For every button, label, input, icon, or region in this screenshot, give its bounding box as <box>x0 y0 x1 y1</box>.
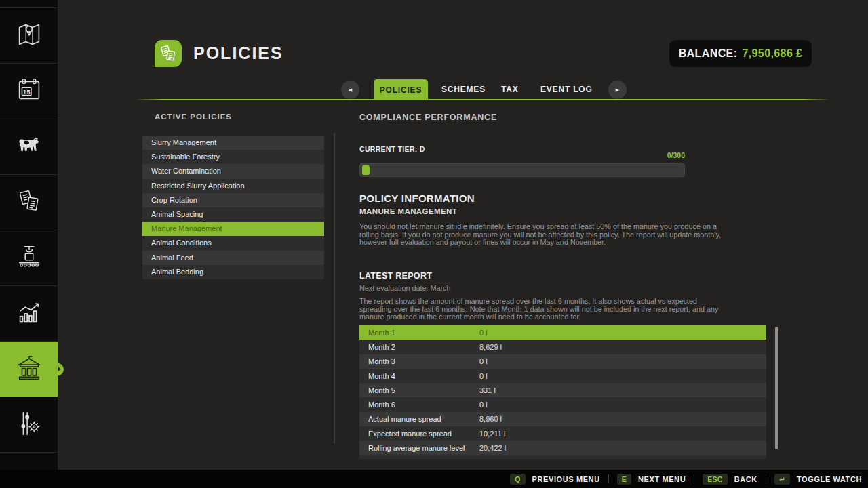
list-item[interactable]: Animal Feed <box>142 251 324 265</box>
row-value: 0 l <box>479 372 488 380</box>
table-row[interactable]: Actual manure spread 8,960 l <box>359 412 766 426</box>
row-value: 8,629 l <box>479 343 502 351</box>
policy-name: MANURE MANAGEMENT <box>359 207 457 216</box>
row-label: Month 4 <box>359 372 479 380</box>
tab-schemes[interactable]: SCHEMES <box>441 85 486 94</box>
tab-event-log[interactable]: EVENT LOG <box>540 85 593 94</box>
table-row[interactable]: Month 2 8,629 l <box>359 340 766 354</box>
calendar-icon: 15 <box>14 75 45 108</box>
table-row[interactable]: Month 6 0 l <box>359 397 766 411</box>
row-value: 0 l <box>479 401 488 409</box>
policy-description: You should not let manure sit idle indef… <box>359 223 726 247</box>
compliance-score: 0/300 <box>583 151 685 159</box>
row-value: 0 l <box>479 329 488 337</box>
key-q: Q <box>510 474 525 485</box>
sidebar-item-contracts[interactable] <box>0 175 58 230</box>
row-label: Expected manure spread <box>359 430 479 438</box>
row-label: Rating <box>359 458 479 459</box>
hint-label: PREVIOUS MENU <box>532 475 600 483</box>
svg-text:15: 15 <box>22 87 30 95</box>
list-item[interactable]: Water Contamination <box>142 164 324 178</box>
list-item[interactable]: Animal Spacing <box>142 207 324 222</box>
report-table: Month 1 0 l Month 2 8,629 l Month 3 0 l … <box>359 325 766 459</box>
table-row[interactable]: Rolling average manure level 20,422 l <box>359 441 766 455</box>
settings-icon <box>14 408 45 442</box>
chart-icon <box>14 297 45 331</box>
page-title: POLICIES <box>193 43 283 63</box>
tabs-next-button[interactable]: ▶ <box>608 81 627 99</box>
chevron-left-icon: ◀ <box>349 87 352 93</box>
policies-app-icon <box>155 40 182 67</box>
row-label: Actual manure spread <box>359 415 479 423</box>
hint-label: NEXT MENU <box>638 475 686 483</box>
hint-label: BACK <box>734 475 757 483</box>
hint-previous-menu[interactable]: Q PREVIOUS MENU <box>510 474 600 485</box>
enter-key-icon: ↵ <box>774 474 790 485</box>
balance-display: BALANCE: 7,950,686 £ <box>669 40 812 67</box>
list-item[interactable]: Sustainable Forestry <box>142 150 324 164</box>
list-item[interactable]: Slurry Management <box>142 136 324 150</box>
table-row[interactable]: Month 4 0 l <box>359 369 766 383</box>
compliance-heading: COMPLIANCE PERFORMANCE <box>359 113 497 122</box>
map-icon <box>14 19 45 53</box>
active-tab-pointer <box>51 363 64 375</box>
row-value: 10,211 l <box>479 430 505 438</box>
balance-label: BALANCE: <box>679 47 738 60</box>
compliance-progress-bar <box>359 163 685 177</box>
row-label: Month 5 <box>359 386 479 394</box>
row-value: 331 l <box>479 386 496 394</box>
list-item[interactable]: Animal Bedding <box>142 265 324 279</box>
list-item[interactable]: Restricted Slurry Application <box>142 179 324 193</box>
sidebar-item-settings[interactable] <box>0 397 58 453</box>
current-tier-label: CURRENT TIER: D <box>359 145 425 153</box>
hotkey-bar: Q PREVIOUS MENU E NEXT MENU ESC BACK ↵ T… <box>0 470 868 488</box>
sidebar-nav: 15 <box>0 0 58 470</box>
sidebar-item-statistics[interactable] <box>0 286 58 342</box>
key-esc: ESC <box>703 474 728 485</box>
separator <box>766 474 766 483</box>
sidebar-item-policies[interactable] <box>0 342 58 397</box>
bank-icon <box>14 352 45 386</box>
documents-icon <box>14 186 45 220</box>
next-evaluation-date: Next evaluation date: March <box>359 284 450 292</box>
sidebar-item-animals[interactable] <box>0 119 58 175</box>
list-scrollbar[interactable] <box>334 133 335 444</box>
key-e: E <box>617 474 631 485</box>
hint-toggle-watch[interactable]: ↵ TOGGLE WATCH <box>774 474 862 485</box>
report-description: The report shows the amount of manure sp… <box>359 298 726 321</box>
row-value: 20,422 l <box>479 444 506 452</box>
sidebar-item-calendar[interactable]: 15 <box>0 64 58 119</box>
policy-information-heading: POLICY INFORMATION <box>359 192 475 204</box>
chevron-right-icon: ▶ <box>616 87 619 93</box>
row-value: 8,960 l <box>479 415 502 423</box>
active-policies-list: Slurry Management Sustainable Forestry W… <box>142 136 324 279</box>
row-value: 0 <box>479 458 484 459</box>
separator <box>694 474 694 483</box>
list-item[interactable]: Crop Rotation <box>142 193 324 207</box>
table-row[interactable]: Month 1 0 l <box>359 325 766 340</box>
tab-policies[interactable]: POLICIES <box>374 79 428 100</box>
hint-next-menu[interactable]: E NEXT MENU <box>617 474 686 485</box>
row-label: Month 3 <box>359 357 479 365</box>
active-policies-heading: ACTIVE POLICIES <box>155 113 232 121</box>
table-scrollbar[interactable] <box>775 327 778 449</box>
compliance-progress-fill <box>362 165 370 175</box>
table-row-clipped[interactable]: Rating 0 <box>359 455 766 459</box>
row-value: 0 l <box>479 357 488 365</box>
sidebar-item-production[interactable] <box>0 230 58 286</box>
list-item[interactable]: Animal Conditions <box>142 236 324 250</box>
sidebar-item-map[interactable] <box>0 8 58 64</box>
row-label: Month 1 <box>359 329 479 337</box>
production-icon <box>14 241 45 275</box>
table-row[interactable]: Month 3 0 l <box>359 354 766 369</box>
tabs-prev-button[interactable]: ◀ <box>341 81 359 99</box>
list-item-selected[interactable]: Manure Management <box>142 222 324 236</box>
cow-icon <box>14 130 45 164</box>
policies-screen: 15 <box>0 0 868 488</box>
hint-back[interactable]: ESC BACK <box>703 474 757 485</box>
balance-value: 7,950,686 £ <box>742 47 802 60</box>
table-row[interactable]: Expected manure spread 10,211 l <box>359 426 766 441</box>
tab-tax[interactable]: TAX <box>501 85 519 94</box>
table-row[interactable]: Month 5 331 l <box>359 383 766 397</box>
sidebar-item-partial-bottom <box>0 453 58 464</box>
